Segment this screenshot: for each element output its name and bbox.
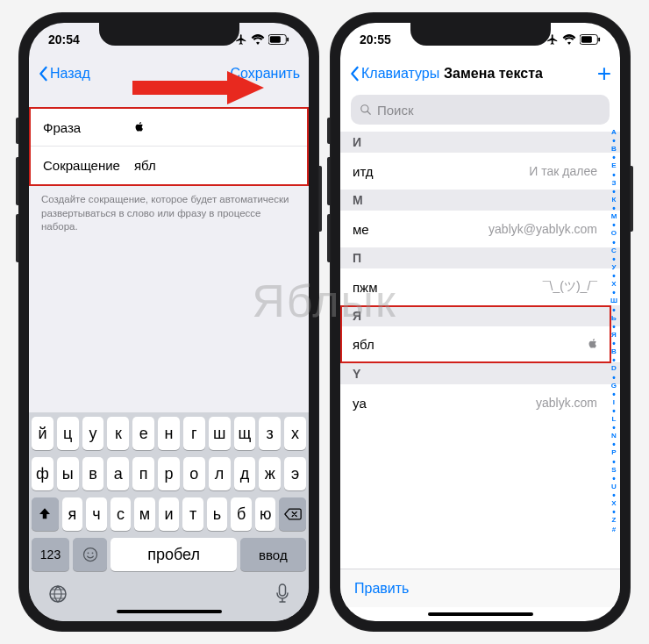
key-у[interactable]: у [82, 417, 104, 450]
key-й[interactable]: й [32, 417, 53, 450]
list-row[interactable]: yayablyk.com [340, 384, 620, 421]
index-char[interactable]: • [610, 272, 617, 280]
index-char[interactable]: Z [610, 516, 617, 525]
key-л[interactable]: л [209, 457, 231, 490]
key-р[interactable]: р [158, 457, 180, 490]
key-э[interactable]: э [284, 457, 306, 490]
key-enter[interactable]: Ввод [240, 538, 306, 571]
key-shift[interactable] [32, 497, 59, 531]
index-char[interactable]: • [610, 475, 617, 483]
key-в[interactable]: в [82, 457, 104, 490]
phone-frame-left: 20:54 Назад Сохранить Фраза С [18, 12, 319, 632]
key-ч[interactable]: ч [86, 497, 107, 531]
index-char[interactable]: • [610, 407, 617, 415]
index-char[interactable]: • [610, 374, 617, 382]
key-я[interactable]: я [62, 497, 83, 531]
section-header: Я [340, 305, 620, 326]
key-ь[interactable]: ь [207, 497, 228, 531]
index-char[interactable]: • [610, 289, 617, 297]
key-и[interactable]: и [159, 497, 180, 531]
add-button[interactable]: + [597, 60, 611, 88]
index-char[interactable]: • [610, 323, 617, 331]
mic-icon[interactable] [275, 583, 290, 605]
key-м[interactable]: м [134, 497, 155, 531]
back-button[interactable]: Назад [38, 66, 90, 82]
key-ы[interactable]: ы [57, 457, 79, 490]
apple-icon [588, 338, 597, 349]
key-д[interactable]: д [234, 457, 256, 490]
list-row[interactable]: пжм¯\_(ツ)_/¯ [340, 268, 620, 305]
globe-icon[interactable] [47, 583, 68, 605]
index-char[interactable]: • [610, 356, 617, 364]
index-char[interactable]: • [610, 340, 617, 347]
key-к[interactable]: к [107, 417, 129, 450]
row-key: итд [353, 164, 374, 179]
index-char[interactable]: • [610, 239, 617, 247]
search-input[interactable]: Поиск [351, 95, 610, 125]
index-char[interactable]: • [610, 221, 617, 229]
index-char[interactable]: • [610, 508, 617, 516]
row-key: ya [353, 396, 367, 411]
key-н[interactable]: н [158, 417, 180, 450]
index-char[interactable]: D [610, 364, 617, 373]
key-о[interactable]: о [183, 457, 205, 490]
status-time: 20:54 [48, 32, 80, 47]
list-row[interactable]: меyablyk@yablyk.com [340, 211, 620, 247]
save-button[interactable]: Сохранить [230, 66, 300, 82]
key-ш[interactable]: ш [209, 417, 231, 450]
edit-button[interactable]: Править [354, 581, 409, 597]
index-char[interactable]: • [610, 440, 617, 448]
home-indicator[interactable] [117, 610, 222, 613]
key-а[interactable]: а [107, 457, 129, 490]
key-щ[interactable]: щ [234, 417, 256, 450]
index-char[interactable]: • [610, 390, 617, 398]
index-char[interactable]: • [610, 154, 617, 161]
search-icon [360, 104, 372, 116]
back-button[interactable]: Клавиатуры [349, 66, 439, 82]
section-header: И [340, 132, 620, 153]
row-key: ябл [353, 337, 374, 352]
key-б[interactable]: б [231, 497, 252, 531]
home-indicator[interactable] [428, 612, 533, 616]
key-е[interactable]: е [132, 417, 154, 450]
shortcut-row[interactable]: Сокращение ябл [31, 147, 307, 184]
key-ю[interactable]: ю [255, 497, 276, 531]
index-char[interactable]: • [610, 171, 617, 179]
svg-point-5 [83, 548, 96, 562]
index-char[interactable]: • [610, 306, 617, 314]
key-ц[interactable]: ц [57, 417, 79, 450]
index-bar[interactable]: А•В•Е•З•К•М•О•С•У•Х•Ш•Ь•Я•B•D•G•I•L•N•P•… [610, 128, 617, 534]
index-char[interactable]: • [610, 491, 617, 499]
phrase-row[interactable]: Фраза [31, 109, 307, 147]
index-char[interactable]: • [610, 137, 617, 145]
key-п[interactable]: п [132, 457, 154, 490]
index-char[interactable]: • [610, 458, 617, 466]
key-з[interactable]: з [259, 417, 281, 450]
key-ф[interactable]: ф [32, 457, 53, 490]
index-char[interactable]: # [610, 526, 617, 534]
nav-bar: Назад Сохранить [29, 56, 309, 91]
row-value [588, 338, 597, 352]
key-с[interactable]: с [111, 497, 132, 531]
key-х[interactable]: х [284, 417, 306, 450]
row-value: yablyk.com [536, 396, 597, 410]
index-char[interactable]: • [610, 204, 617, 212]
screen-right: 20:55 Клавиатуры Замена текста + Поиск И… [340, 23, 620, 621]
key-space[interactable]: Пробел [111, 538, 236, 571]
key-emoji[interactable] [73, 538, 107, 571]
chevron-left-icon [349, 66, 360, 82]
list-row[interactable]: ябл [340, 326, 620, 363]
key-т[interactable]: т [182, 497, 203, 531]
index-char[interactable]: • [610, 188, 617, 196]
key-backspace[interactable] [279, 497, 306, 531]
row-value: ¯\_(ツ)_/¯ [543, 279, 597, 295]
list-row[interactable]: итдИ так далее [340, 153, 620, 190]
key-num[interactable]: 123 [32, 538, 69, 571]
shortcut-label: Сокращение [43, 158, 122, 173]
index-char[interactable]: • [610, 255, 617, 263]
index-char[interactable]: • [610, 424, 617, 432]
keyboard: йцукенгшщзх фывапролджэ ячсмитьбю 123 Пр… [29, 412, 309, 621]
key-ж[interactable]: ж [259, 457, 281, 490]
help-text: Создайте сокращение, которое будет автом… [29, 186, 309, 241]
key-г[interactable]: г [183, 417, 205, 450]
